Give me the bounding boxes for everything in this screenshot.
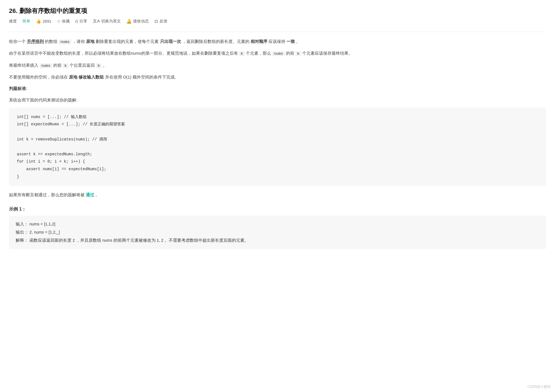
share-label: 分享 bbox=[79, 19, 87, 24]
notify-action[interactable]: 🔔 接收动态 bbox=[126, 19, 149, 24]
feedback-action[interactable]: ⊡ 反馈 bbox=[154, 19, 167, 24]
judge-title: 判题标准: bbox=[9, 85, 546, 92]
code-block: int[] nums = [...]; // 输入数组 int[] expect… bbox=[9, 108, 546, 186]
example-1-title: 示例 1： bbox=[9, 206, 546, 212]
judge-desc: 系统会用下面的代码来测试你的题解: bbox=[9, 96, 546, 104]
meta-bar: 难度 简单 👍 2691 ☆ 收藏 ⎙ 分享 文A 切换为英文 🔔 接收动态 ⊡… bbox=[9, 19, 546, 24]
para3: 将最终结果插入 nums 的前 k 个位置后返回 k 。 bbox=[9, 61, 546, 69]
example-input-row: 输入： nums = [1,1,2] bbox=[16, 220, 539, 228]
translate-icon: 文A bbox=[93, 19, 100, 24]
pass-text-para: 如果所有断言都通过，那么您的题解将被 通过 。 bbox=[9, 191, 546, 199]
divider bbox=[9, 32, 546, 32]
para4: 不要使用额外的空间，你必须在 原地 修改输入数组 并在使用 O(1) 额外空间的… bbox=[9, 73, 546, 81]
difficulty-value: 简单 bbox=[22, 19, 30, 24]
star-icon: ☆ bbox=[57, 19, 61, 24]
bell-icon: 🔔 bbox=[126, 19, 132, 24]
feedback-label: 反馈 bbox=[159, 19, 167, 24]
switch-lang-action[interactable]: 文A 切换为英文 bbox=[93, 19, 121, 24]
collect-label: 收藏 bbox=[62, 19, 70, 24]
feedback-icon: ⊡ bbox=[154, 19, 158, 24]
like-action[interactable]: 👍 2691 bbox=[36, 19, 51, 24]
share-action[interactable]: ⎙ 分享 bbox=[75, 19, 87, 24]
example-output-row: 输出： 2, nums = [1,2,_] bbox=[16, 228, 539, 236]
examples-section: 示例 1： 输入： nums = [1,1,2] 输出： 2, nums = [… bbox=[9, 206, 546, 249]
difficulty-label: 难度 bbox=[9, 19, 17, 24]
collect-action[interactable]: ☆ 收藏 bbox=[57, 19, 70, 24]
example-explain-row: 解释： 函数应该返回新的长度 2 ，并且原数组 nums 的前两个元素被修改为 … bbox=[16, 236, 539, 245]
like-icon: 👍 bbox=[36, 19, 41, 24]
para2: 由于在某些语言中不能改变数组的长度，所以必须将结果放在数组nums的第一部分。更… bbox=[9, 49, 546, 57]
notify-label: 接收动态 bbox=[133, 19, 149, 24]
para1: 给你一个 升序排列 的数组 nums ，请你 原地 删除重复出现的元素，使每个元… bbox=[9, 38, 546, 45]
switch-label: 切换为英文 bbox=[101, 19, 121, 24]
example-1-box: 输入： nums = [1,1,2] 输出： 2, nums = [1,2,_]… bbox=[9, 216, 546, 249]
problem-body: 给你一个 升序排列 的数组 nums ，请你 原地 删除重复出现的元素，使每个元… bbox=[9, 38, 546, 199]
page-title: 26. 删除有序数组中的重复项 bbox=[9, 7, 546, 15]
like-count: 2691 bbox=[43, 19, 51, 24]
share-icon: ⎙ bbox=[75, 19, 78, 24]
